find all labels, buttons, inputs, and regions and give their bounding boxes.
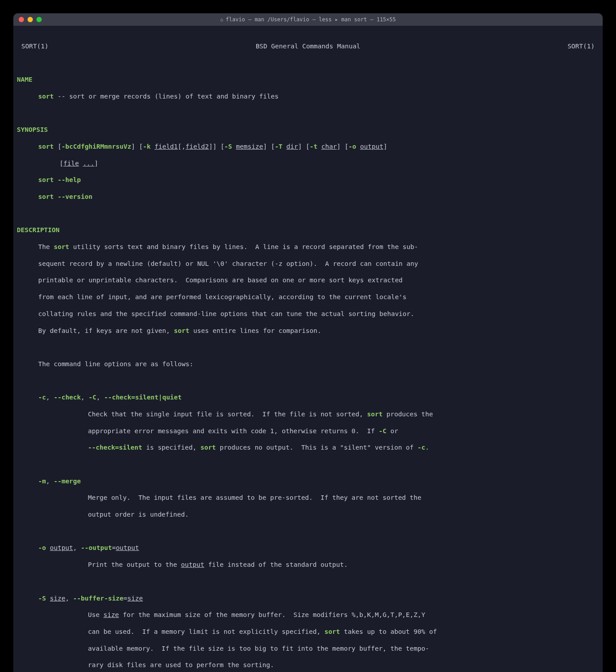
- name-desc: -- sort or merge records (lines) of text…: [54, 93, 278, 100]
- maximize-button[interactable]: [36, 17, 42, 22]
- section-name-heading: NAME: [17, 76, 32, 83]
- opt-c-flag: -c: [38, 394, 46, 401]
- opt-m-flag: -m: [38, 478, 46, 485]
- home-icon: ⌂: [220, 17, 223, 23]
- name-cmd: sort: [38, 93, 54, 100]
- window-title: ⌂ flavio — man /Users/flavio — less ▸ ma…: [220, 16, 396, 23]
- man-header: SORT(1)BSD General Commands ManualSORT(1…: [17, 42, 599, 51]
- section-description-heading: DESCRIPTION: [17, 226, 60, 233]
- syn-cmd1: sort: [38, 143, 54, 150]
- header-center: BSD General Commands Manual: [48, 42, 568, 51]
- terminal-window: ⌂ flavio — man /Users/flavio — less ▸ ma…: [13, 13, 603, 672]
- minimize-button[interactable]: [28, 17, 33, 22]
- window-title-text: flavio — man /Users/flavio — less ▸ man …: [226, 16, 396, 23]
- section-synopsis-heading: SYNOPSIS: [17, 126, 48, 133]
- opt-S-flag: -S: [38, 595, 46, 602]
- traffic-lights: [19, 17, 42, 22]
- title-bar: ⌂ flavio — man /Users/flavio — less ▸ ma…: [13, 13, 603, 26]
- options-intro: The command line options are as follows:: [38, 360, 193, 368]
- header-right: SORT(1): [568, 42, 595, 51]
- header-left: SORT(1): [21, 42, 48, 51]
- opt-o-flag: -o: [38, 544, 46, 551]
- syn-cmd3: sort: [38, 193, 54, 200]
- terminal-content[interactable]: SORT(1)BSD General Commands ManualSORT(1…: [13, 26, 603, 672]
- syn-cmd2: sort: [38, 176, 54, 183]
- close-button[interactable]: [19, 17, 24, 22]
